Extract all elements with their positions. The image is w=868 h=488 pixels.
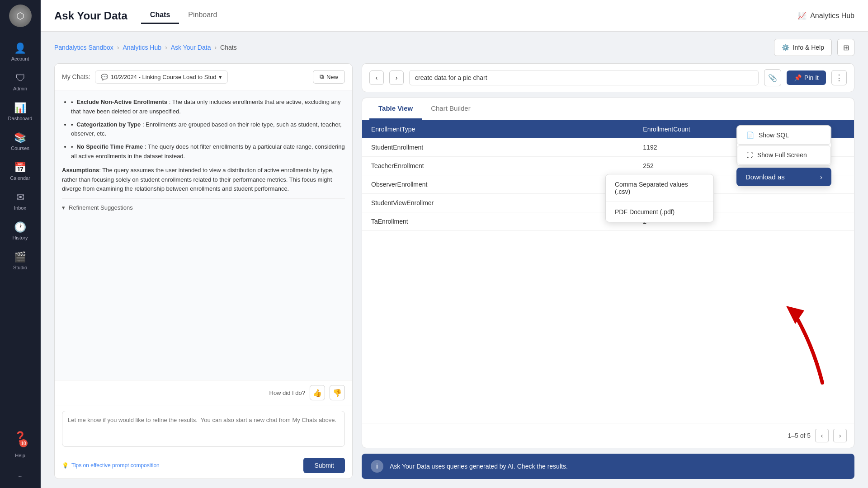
chat-selector[interactable]: 💬 10/2/2024 - Linking Course Load to Stu… bbox=[95, 70, 228, 84]
tab-chart-builder[interactable]: Chart Builder bbox=[422, 98, 480, 120]
tab-table-view[interactable]: Table View bbox=[369, 98, 422, 120]
data-toolbar: ‹ › 📎 📌 Pin It ⋮ bbox=[362, 63, 854, 92]
chat-footer: 💡 Tips on effective prompt composition S… bbox=[55, 454, 352, 479]
next-page-button[interactable]: › bbox=[833, 429, 847, 442]
collapse-icon: ← bbox=[18, 474, 23, 479]
sidebar-item-label: Studio bbox=[13, 265, 27, 270]
sidebar: ⬡ 👤 Account 🛡 Admin 📊 Dashboard 📚 Course… bbox=[0, 0, 41, 488]
chat-header: My Chats: 💬 10/2/2024 - Linking Course L… bbox=[55, 64, 352, 90]
list-item: • No Specific Time Frame : The query doe… bbox=[71, 142, 345, 161]
data-footer: 1–5 of 5 ‹ › bbox=[362, 423, 854, 448]
feedback-row: How did I do? 👍 👎 bbox=[55, 380, 352, 405]
tab-pinboard[interactable]: Pinboard bbox=[179, 7, 226, 24]
breadcrumb-analytics[interactable]: Analytics Hub bbox=[123, 44, 161, 51]
data-content: Table View Chart Builder EnrollmentType … bbox=[362, 98, 854, 448]
new-chat-button[interactable]: ⧉ New bbox=[313, 70, 345, 84]
chat-body: • Exclude Non-Active Enrollments : The d… bbox=[55, 90, 352, 380]
chat-input-area bbox=[55, 405, 352, 454]
assumptions-text: Assumptions: The query assumes the user … bbox=[62, 166, 345, 194]
fullscreen-icon: ⛶ bbox=[746, 151, 753, 159]
new-chat-icon: ⧉ bbox=[320, 73, 324, 80]
breadcrumb-sandbox[interactable]: Pandalytics Sandbox bbox=[54, 44, 113, 51]
history-icon: 🕐 bbox=[14, 221, 26, 233]
prev-page-button[interactable]: ‹ bbox=[815, 429, 829, 442]
sidebar-item-studio[interactable]: 🎬 Studio bbox=[2, 247, 38, 275]
col-enrollment-type: EnrollmentType bbox=[362, 120, 634, 138]
prev-arrow[interactable]: ‹ bbox=[369, 70, 384, 85]
chat-input[interactable] bbox=[62, 411, 345, 447]
sidebar-item-label: Dashboard bbox=[8, 116, 33, 121]
sidebar-item-calendar[interactable]: 📅 Calendar bbox=[2, 157, 38, 185]
list-item: • Categorization by Type : Enrollments a… bbox=[71, 120, 345, 139]
context-dropdown: 📄 Show SQL ⛶ Show Full Screen bbox=[736, 125, 831, 166]
breadcrumb: Pandalytics Sandbox › Analytics Hub › As… bbox=[54, 44, 237, 51]
tab-chats[interactable]: Chats bbox=[141, 7, 179, 24]
sidebar-item-label: Help bbox=[15, 453, 25, 458]
submit-button[interactable]: Submit bbox=[303, 458, 345, 473]
data-tabs: Table View Chart Builder bbox=[362, 98, 854, 120]
info-icon: i bbox=[371, 460, 383, 473]
sidebar-item-dashboard[interactable]: 📊 Dashboard bbox=[2, 98, 38, 126]
breadcrumb-sep-1: › bbox=[117, 44, 119, 51]
chevron-down-icon: ▾ bbox=[62, 203, 65, 213]
sidebar-item-label: Courses bbox=[11, 145, 29, 151]
tips-label: Tips on effective prompt composition bbox=[71, 462, 160, 469]
breadcrumb-askyourdata[interactable]: Ask Your Data bbox=[171, 44, 211, 51]
sidebar-item-label: Account bbox=[11, 56, 29, 61]
enrollment-type-cell: ObserverEnrollment bbox=[362, 175, 634, 194]
show-sql-button[interactable]: 📄 Show SQL bbox=[737, 126, 831, 145]
content-row: My Chats: 💬 10/2/2024 - Linking Course L… bbox=[41, 63, 868, 488]
feedback-label: How did I do? bbox=[269, 389, 306, 396]
csv-option[interactable]: Comma Separated values (.csv) bbox=[606, 174, 713, 202]
bullet-bold: No Specific Time Frame bbox=[76, 143, 143, 150]
app-logo: ⬡ bbox=[9, 5, 32, 27]
refinement-suggestions[interactable]: ▾ Refinement Suggestions bbox=[62, 198, 345, 213]
chat-panel: My Chats: 💬 10/2/2024 - Linking Course L… bbox=[54, 63, 353, 479]
sidebar-item-history[interactable]: 🕐 History bbox=[2, 217, 38, 245]
list-item: • Exclude Non-Active Enrollments : The d… bbox=[71, 98, 345, 117]
pin-icon: 📌 bbox=[794, 74, 802, 81]
pin-label: Pin It bbox=[804, 74, 819, 81]
topbar: Ask Your Data Chats Pinboard 📈 Analytics… bbox=[41, 0, 868, 32]
grid-icon-button[interactable]: ⊞ bbox=[837, 39, 854, 56]
account-icon: 👤 bbox=[14, 42, 26, 54]
bullet-bold: Categorization by Type bbox=[76, 121, 141, 128]
breadcrumb-sep-3: › bbox=[214, 44, 217, 51]
dashboard-icon: 📊 bbox=[14, 102, 26, 114]
pdf-option[interactable]: PDF Document (.pdf) bbox=[606, 202, 713, 222]
breadcrumb-chats: Chats bbox=[220, 44, 237, 51]
analytics-hub-button[interactable]: 📈 Analytics Hub bbox=[797, 11, 854, 20]
gear-icon: ⚙️ bbox=[782, 44, 789, 51]
enrollment-type-cell: StudentViewEnrollmer bbox=[362, 194, 634, 212]
download-as-button[interactable]: Download as › bbox=[736, 168, 831, 186]
thumbs-up-button[interactable]: 👍 bbox=[310, 385, 325, 400]
attachment-icon-button[interactable]: 📎 bbox=[764, 69, 781, 86]
info-help-button[interactable]: ⚙️ Info & Help bbox=[774, 39, 832, 56]
chevron-right-icon: › bbox=[820, 173, 822, 181]
sidebar-item-account[interactable]: 👤 Account bbox=[2, 38, 38, 66]
main-area: Ask Your Data Chats Pinboard 📈 Analytics… bbox=[41, 0, 868, 488]
sql-icon: 📄 bbox=[746, 131, 754, 139]
sidebar-item-admin[interactable]: 🛡 Admin bbox=[2, 68, 38, 96]
sidebar-item-courses[interactable]: 📚 Courses bbox=[2, 127, 38, 155]
new-chat-label: New bbox=[326, 74, 338, 80]
query-input[interactable] bbox=[409, 70, 759, 85]
pagination-label: 1–5 of 5 bbox=[788, 432, 811, 439]
pin-it-button[interactable]: 📌 Pin It bbox=[787, 70, 826, 85]
help-badge: 10 bbox=[19, 439, 28, 447]
thumbs-down-button[interactable]: 👎 bbox=[330, 385, 345, 400]
info-bar: i Ask Your Data uses queries generated b… bbox=[362, 454, 854, 479]
sidebar-item-inbox[interactable]: ✉ Inbox bbox=[2, 187, 38, 215]
courses-icon: 📚 bbox=[14, 132, 26, 144]
show-fullscreen-label: Show Full Screen bbox=[757, 151, 807, 159]
sidebar-item-help[interactable]: ❓ 10 Help bbox=[2, 427, 38, 463]
tips-link[interactable]: 💡 Tips on effective prompt composition bbox=[62, 462, 160, 469]
show-sql-label: Show SQL bbox=[759, 131, 789, 139]
more-options-button[interactable]: ⋮ bbox=[831, 70, 847, 85]
show-fullscreen-button[interactable]: ⛶ Show Full Screen bbox=[737, 145, 831, 164]
calendar-icon: 📅 bbox=[14, 162, 26, 174]
sidebar-item-label: Admin bbox=[13, 86, 27, 91]
next-arrow[interactable]: › bbox=[389, 70, 404, 85]
sidebar-collapse-btn[interactable]: ← bbox=[2, 469, 38, 483]
data-panel: ‹ › 📎 📌 Pin It ⋮ Table View Chart Builde… bbox=[362, 63, 854, 479]
